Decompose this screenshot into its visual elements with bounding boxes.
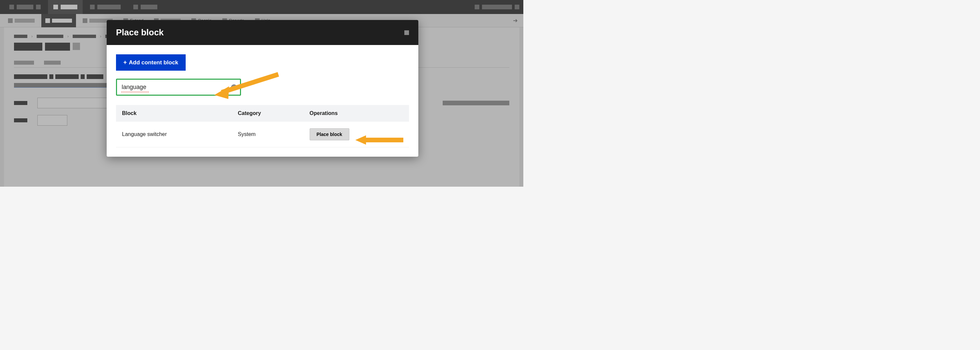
table-row: Language switcher System Place block <box>116 122 409 147</box>
blocks-table: Block Category Operations Language switc… <box>116 105 409 147</box>
col-block: Block <box>116 105 232 122</box>
col-operations: Operations <box>304 105 409 122</box>
spellcheck-underline <box>121 92 149 92</box>
block-name-cell: Language switcher <box>116 122 232 147</box>
add-button-label: Add content block <box>129 59 178 66</box>
dialog-title: Place block <box>116 27 164 38</box>
clear-input-icon[interactable]: ✕ <box>231 84 237 90</box>
add-content-block-button[interactable]: + Add content block <box>116 54 186 71</box>
block-filter-input[interactable] <box>116 79 241 95</box>
close-icon[interactable] <box>404 30 409 35</box>
block-category-cell: System <box>232 122 304 147</box>
col-category: Category <box>232 105 304 122</box>
dialog-header: Place block <box>107 20 418 45</box>
plus-icon: + <box>123 59 127 66</box>
place-block-dialog: Place block + Add content block ✕ Block … <box>107 20 418 157</box>
place-block-button[interactable]: Place block <box>310 128 349 140</box>
